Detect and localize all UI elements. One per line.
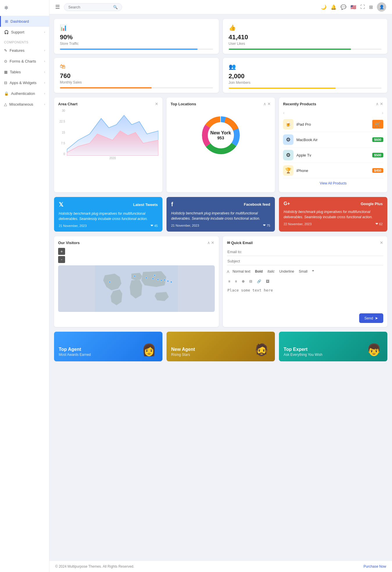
donut-city: New York bbox=[210, 130, 231, 136]
zoom-out-button[interactable]: - bbox=[58, 256, 65, 263]
moon-icon[interactable]: 🌙 bbox=[321, 4, 327, 10]
list-ordered-icon[interactable]: ≡ bbox=[227, 279, 232, 284]
content-area: 📊 90% Store Traffic 👍 41,410 User Likes … bbox=[49, 14, 392, 561]
email-send-row: Send ➤ bbox=[227, 310, 384, 323]
traffic-label: Store Traffic bbox=[60, 42, 213, 46]
area-chart-title: Area Chart bbox=[58, 102, 77, 106]
twitter-likes: ❤ 45 bbox=[151, 224, 158, 228]
purchase-now-link[interactable]: Purchase Now bbox=[364, 564, 386, 569]
chart-row: Area Chart ✕ 30 22.5 15 7.5 0 bbox=[54, 97, 387, 192]
top-agent-info: Top Agent Most Awards Earned bbox=[59, 347, 91, 357]
scroll-right-icon[interactable]: › bbox=[382, 110, 383, 116]
members-label: Join Members bbox=[229, 81, 382, 85]
likes-icon: 👍 bbox=[229, 24, 382, 31]
home-icon: ⊞ bbox=[5, 19, 8, 24]
outdent-icon[interactable]: ⊟ bbox=[248, 279, 254, 284]
sidebar-item-miscellaneous[interactable]: △ Miscellaneous › bbox=[0, 99, 49, 110]
facebook-header: f Facebook feed bbox=[171, 201, 270, 208]
auth-icon: 🔒 bbox=[4, 91, 9, 96]
hamburger-icon[interactable]: ☰ bbox=[55, 4, 60, 10]
flag-icon[interactable]: 🇺🇸 bbox=[350, 4, 356, 10]
sidebar-item-features[interactable]: ✎ Features › bbox=[0, 45, 49, 56]
bold-button[interactable]: Bold bbox=[254, 269, 264, 274]
agent-card-expert: Top Expert Ask Everything You Wish 👦 bbox=[279, 332, 387, 361]
sidebar-item-label: Support bbox=[11, 30, 24, 34]
email-to-input[interactable] bbox=[227, 248, 384, 256]
search-input[interactable] bbox=[68, 5, 111, 9]
small-button[interactable]: Small bbox=[297, 269, 309, 274]
chevron-icon: › bbox=[44, 70, 45, 74]
sidebar-item-label: Authentication bbox=[11, 91, 35, 96]
image-icon[interactable]: 🖼 bbox=[264, 279, 271, 284]
products-controls[interactable]: ∧ ✕ bbox=[376, 102, 383, 106]
zoom-in-button[interactable]: + bbox=[58, 248, 65, 255]
search-bar[interactable]: 🔍 bbox=[64, 3, 122, 11]
avatar[interactable]: 👤 bbox=[377, 2, 386, 12]
chevron-icon: › bbox=[44, 49, 45, 52]
svg-point-8 bbox=[152, 278, 154, 280]
social-card-facebook: f Facebook feed Holisticly benchmark plu… bbox=[167, 197, 275, 232]
italic-button[interactable]: Italic bbox=[266, 269, 276, 274]
locations-title: Top Locations bbox=[171, 102, 196, 106]
ipad-name: iPad Pro bbox=[296, 122, 369, 127]
svg-point-13 bbox=[170, 281, 172, 283]
sidebar-item-authentication[interactable]: 🔒 Authentication › bbox=[0, 88, 49, 99]
likes-value: 41,410 bbox=[229, 33, 382, 41]
svg-point-9 bbox=[157, 279, 159, 280]
products-title: Recently Products bbox=[283, 102, 316, 106]
sidebar-item-apps-widgets[interactable]: ⊟ Apps & Widgets › bbox=[0, 77, 49, 88]
new-agent-avatar: 🧔 bbox=[253, 336, 270, 357]
bell-icon[interactable]: 🔔 bbox=[331, 4, 336, 10]
sidebar-logo: ❄ bbox=[0, 0, 49, 16]
visitors-card: Our Visitors ∧ ✕ + - bbox=[54, 236, 219, 327]
facebook-footer: 21 November, 2023 ❤ 75 bbox=[171, 223, 270, 227]
visitors-controls[interactable]: ∧ ✕ bbox=[207, 240, 215, 245]
sidebar-item-label: Forms & Charts bbox=[10, 59, 36, 63]
fullscreen-icon[interactable]: ⛶ bbox=[360, 4, 365, 10]
chevron-icon: › bbox=[44, 31, 45, 34]
scroll-left-icon[interactable]: ‹ bbox=[283, 110, 284, 116]
sidebar-item-tables[interactable]: ▦ Tables › bbox=[0, 67, 49, 77]
agent-cards-row: Top Agent Most Awards Earned 👩 New Agent… bbox=[54, 332, 387, 361]
facebook-title: Facebook feed bbox=[244, 202, 270, 207]
social-card-googleplus: G+ Google Plus Holisticly benchmark plug… bbox=[279, 197, 387, 232]
stat-card-monthly-sales: 🛍 760 Monthly Sales bbox=[54, 58, 219, 93]
y-label-15: 15 bbox=[58, 131, 65, 134]
normal-text-button[interactable]: Normal text bbox=[231, 269, 252, 274]
new-agent-info: New Agent Rising Stars bbox=[171, 347, 195, 357]
underline-button[interactable]: Underline bbox=[278, 269, 296, 274]
stat-card-store-traffic: 📊 90% Store Traffic bbox=[54, 19, 219, 54]
area-chart-close[interactable]: ✕ bbox=[155, 102, 158, 106]
email-subject-input[interactable] bbox=[227, 257, 384, 265]
map-controls: + - bbox=[58, 248, 215, 263]
email-close[interactable]: ✕ bbox=[380, 240, 383, 245]
email-header: ✉ Quick Email ✕ bbox=[227, 240, 384, 245]
top-agent-avatar: 👩 bbox=[140, 336, 158, 357]
sidebar-section-components: Components bbox=[0, 38, 49, 45]
chevron-icon: › bbox=[44, 60, 45, 63]
macbook-icon: ⚙ bbox=[283, 134, 293, 145]
traffic-bar-fill bbox=[60, 49, 198, 50]
quote-button[interactable]: ❝ bbox=[311, 269, 315, 274]
send-button[interactable]: Send ➤ bbox=[359, 313, 383, 323]
chat-icon[interactable]: 💬 bbox=[341, 4, 346, 10]
email-body-input[interactable] bbox=[227, 286, 384, 310]
y-label-22: 22.5 bbox=[58, 120, 65, 123]
sidebar-item-dashboard[interactable]: ⊞ Dashboard bbox=[0, 16, 49, 27]
top-agent-subtitle: Most Awards Earned bbox=[59, 353, 91, 357]
link-icon[interactable]: 🔗 bbox=[255, 279, 263, 284]
grid-icon[interactable]: ⊞ bbox=[369, 4, 373, 10]
ipad-icon: 🍺 bbox=[283, 119, 293, 129]
indent-icon[interactable]: ⊕ bbox=[240, 279, 246, 284]
area-chart-header: Area Chart ✕ bbox=[58, 102, 158, 106]
stat-card-join-members: 👥 2,000 Join Members bbox=[223, 58, 388, 93]
list-unordered-icon[interactable]: ≡ bbox=[234, 279, 239, 284]
expert-agent-info: Top Expert Ask Everything You Wish bbox=[284, 347, 322, 357]
header-icons: 🌙 🔔 💬 🇺🇸 ⛶ ⊞ 👤 bbox=[321, 2, 386, 12]
sidebar-item-support[interactable]: 🎧 Support › bbox=[0, 27, 49, 38]
email-title: ✉ Quick Email bbox=[227, 241, 253, 245]
locations-controls[interactable]: ∧ ✕ bbox=[263, 102, 271, 106]
members-bar bbox=[229, 88, 382, 89]
view-all-button[interactable]: View All Products bbox=[283, 178, 383, 188]
sidebar-item-forms-charts[interactable]: ⊙ Forms & Charts › bbox=[0, 56, 49, 67]
